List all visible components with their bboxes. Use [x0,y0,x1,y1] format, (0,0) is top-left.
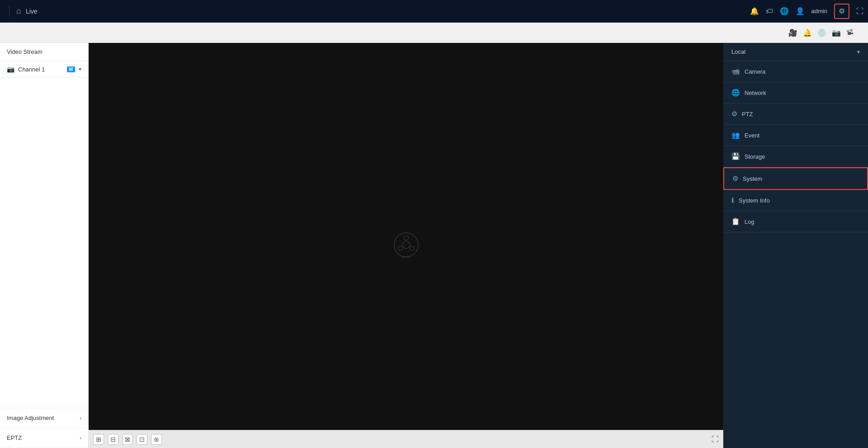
local-label: Local [731,48,745,55]
network-menu-icon: 🌐 [731,89,740,97]
svg-point-0 [394,233,418,257]
system-menu-label: System [743,175,762,182]
layout-5-icon[interactable]: ⊛ [151,434,162,445]
event-menu-icon: 👥 [731,131,740,139]
alert-icon[interactable]: 🔔 [803,28,812,37]
system-info-menu-item[interactable]: ℹ System Info [723,190,868,211]
ptz-menu-item[interactable]: ⚙ PTZ [723,104,868,125]
svg-rect-5 [401,256,411,258]
storage-menu-label: Storage [745,153,765,160]
eptz-item[interactable]: EPTZ › [0,428,88,448]
camera-icon: 📷 [7,66,14,73]
username-label: admin [811,8,827,14]
ptz-menu-label: PTZ [742,111,753,118]
image-adjustment-arrow: › [80,415,81,421]
local-dropdown-arrow[interactable]: ▾ [857,49,860,55]
top-header: ⌂ Live 🔔 🏷 🌐 👤 admin ⚙ ⛶ [0,0,868,23]
camera-menu-item[interactable]: 📹 Camera [723,61,868,82]
camera-off-icon[interactable]: 🎥 [788,28,797,37]
settings-button[interactable]: ⚙ [834,4,849,19]
sidebar-bottom: Image Adjustment › EPTZ › [0,408,88,448]
user-icon: 👤 [796,7,805,15]
event-menu-item[interactable]: 👥 Event [723,125,868,146]
svg-point-3 [410,246,414,250]
system-menu-icon: ⚙ [732,174,738,183]
home-icon[interactable]: ⌂ [14,4,24,18]
header-right: 🔔 🏷 🌐 👤 admin ⚙ ⛶ [750,4,863,19]
record-icon[interactable]: 📽 [846,28,854,37]
video-expand-icon[interactable]: ⛶ [711,435,719,443]
network-menu-label: Network [745,90,766,96]
bell-icon[interactable]: 🔔 [750,7,759,15]
eptz-label: EPTZ [7,434,22,441]
expand-icon[interactable]: ⛶ [856,7,863,15]
event-menu-label: Event [745,132,759,139]
eptz-arrow: › [80,435,81,441]
layout-3-icon[interactable]: ⊠ [122,434,133,445]
ptz-menu-icon: ⚙ [731,110,737,118]
image-adjustment-label: Image Adjustment [7,415,54,421]
header-title: Live [26,8,38,15]
system-info-menu-icon: ℹ [731,196,734,204]
channel-badge: M [67,66,75,72]
svg-point-1 [402,241,410,249]
disk-icon[interactable]: 💿 [817,28,826,37]
right-menu-header: Local ▾ [723,43,868,61]
gear-icon: ⚙ [839,7,845,15]
log-menu-item[interactable]: 📋 Log [723,211,868,232]
video-bottom-toolbar: ⊞ ⊟ ⊠ ⊡ ⊛ ⛶ [89,430,723,448]
log-menu-icon: 📋 [731,217,740,226]
header-divider [9,6,9,17]
snapshot-icon[interactable]: 📷 [832,28,841,37]
svg-point-2 [404,236,408,240]
left-sidebar: Video Stream 📷 Channel 1 M ▾ Image Adjus… [0,43,89,448]
camera-menu-icon: 📹 [731,67,740,75]
main-layout: Video Stream 📷 Channel 1 M ▾ Image Adjus… [0,43,868,448]
channel-1-item[interactable]: 📷 Channel 1 M ▾ [0,61,88,78]
system-info-menu-label: System Info [739,197,770,204]
layout-4-icon[interactable]: ⊡ [137,434,147,445]
log-menu-label: Log [745,218,754,225]
right-menu: Local ▾ 📹 Camera 🌐 Network ⚙ PTZ 👥 Event… [723,43,868,448]
layout-1-icon[interactable]: ⊞ [93,434,104,445]
system-menu-item[interactable]: ⚙ System [723,167,868,190]
second-toolbar: 🎥 🔔 💿 📷 📽 [0,23,868,43]
video-stream-label: Video Stream [0,43,88,61]
svg-point-4 [398,246,402,250]
tag-icon[interactable]: 🏷 [766,7,773,15]
video-area [89,43,723,448]
storage-menu-item[interactable]: 💾 Storage [723,146,868,167]
layout-2-icon[interactable]: ⊟ [108,434,119,445]
channel-1-name: Channel 1 [18,66,63,73]
film-reel-icon [390,230,422,261]
camera-menu-label: Camera [745,68,765,75]
image-adjustment-item[interactable]: Image Adjustment › [0,408,88,428]
storage-menu-icon: 💾 [731,152,740,160]
globe-icon[interactable]: 🌐 [780,7,789,15]
network-menu-item[interactable]: 🌐 Network [723,82,868,104]
channel-arrow-icon: ▾ [79,66,81,72]
